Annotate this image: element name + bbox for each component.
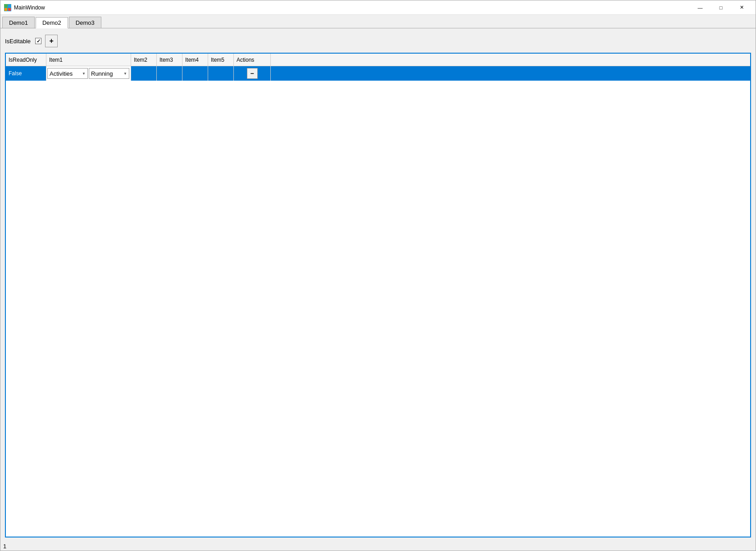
cell-item4 xyxy=(182,66,208,81)
dropdown-arrow-icon: ▼ xyxy=(123,72,127,76)
header-actions: Actions xyxy=(234,54,271,66)
tab-demo2[interactable]: Demo2 xyxy=(36,17,68,28)
cell-item2 xyxy=(131,66,157,81)
header-item4: Item4 xyxy=(182,54,208,66)
grid-header: IsReadOnly Item1 Item2 Item3 Item4 Item5… xyxy=(6,54,750,66)
item1-dropdown1[interactable]: Activities ▼ xyxy=(47,68,88,79)
status-bar: 1 xyxy=(0,542,756,551)
svg-rect-0 xyxy=(5,5,7,7)
title-bar: MainWindow — □ ✕ xyxy=(0,0,756,15)
remove-row-button[interactable]: − xyxy=(247,68,258,79)
add-row-button[interactable]: + xyxy=(45,35,58,47)
app-icon xyxy=(4,4,11,11)
header-item3: Item3 xyxy=(157,54,182,66)
svg-rect-1 xyxy=(8,5,11,7)
status-text: 1 xyxy=(3,543,6,550)
item1-dropdown2[interactable]: Running ▼ xyxy=(89,68,129,79)
cell-item5 xyxy=(208,66,234,81)
is-editable-label: IsEditable xyxy=(5,38,31,45)
table-row[interactable]: False Activities ▼ Running ▼ − xyxy=(6,66,750,81)
minimize-button[interactable]: — xyxy=(690,0,710,15)
cell-item1: Activities ▼ Running ▼ xyxy=(46,66,131,81)
cell-actions: − xyxy=(234,66,271,81)
header-item5: Item5 xyxy=(208,54,234,66)
cell-item3 xyxy=(157,66,182,81)
header-is-read-only: IsReadOnly xyxy=(6,54,46,66)
tab-demo3[interactable]: Demo3 xyxy=(69,17,101,28)
dropdown-arrow-icon: ▼ xyxy=(82,72,86,76)
window-title: MainWindow xyxy=(14,5,690,11)
cell-is-read-only: False xyxy=(6,66,46,81)
main-window: MainWindow — □ ✕ Demo1 Demo2 Demo3 IsEdi… xyxy=(0,0,756,551)
is-editable-checkbox[interactable] xyxy=(35,38,41,44)
content-area: IsEditable + IsReadOnly Item1 Item2 Item… xyxy=(0,28,756,542)
header-item2: Item2 xyxy=(131,54,157,66)
svg-rect-3 xyxy=(8,8,11,11)
window-controls: — □ ✕ xyxy=(690,0,752,15)
data-grid: IsReadOnly Item1 Item2 Item3 Item4 Item5… xyxy=(5,53,751,537)
tab-demo1[interactable]: Demo1 xyxy=(2,17,35,28)
tabs-bar: Demo1 Demo2 Demo3 xyxy=(0,15,756,28)
toolbar: IsEditable + xyxy=(5,33,751,49)
close-button[interactable]: ✕ xyxy=(731,0,752,15)
maximize-button[interactable]: □ xyxy=(710,0,731,15)
header-item1: Item1 xyxy=(46,54,131,66)
svg-rect-2 xyxy=(5,8,7,11)
